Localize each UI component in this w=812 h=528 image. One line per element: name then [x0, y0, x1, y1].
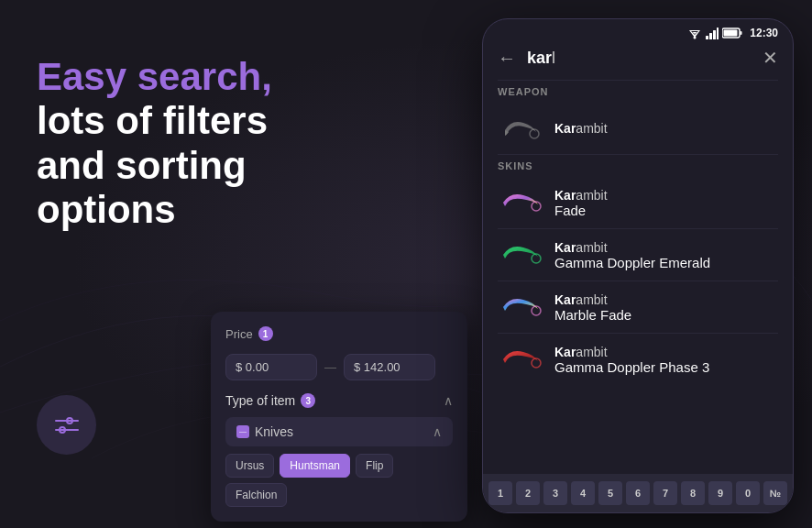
price-section-header: Price 1 — [225, 326, 453, 341]
fade-info: Karambit Fade — [554, 188, 778, 218]
skin-result-gamma-doppler-phase3[interactable]: Karambit Gamma Doppler Phase 3 — [483, 334, 793, 385]
gamma-phase3-subname: Gamma Doppler Phase 3 — [554, 359, 778, 375]
knives-row[interactable]: Knives ∧ — [225, 417, 453, 446]
filter-sliders-icon — [53, 415, 81, 435]
svg-rect-10 — [713, 30, 716, 39]
knives-minus-icon — [236, 425, 249, 438]
tag-falchion[interactable]: Falchion — [225, 483, 287, 507]
battery-icon — [722, 28, 742, 38]
search-bar[interactable]: ← karl ✕ — [483, 43, 793, 80]
key-7[interactable]: 7 — [653, 481, 677, 505]
marble-fade-image — [498, 291, 543, 324]
headline-line2: lots of filters — [37, 99, 268, 142]
marble-fade-thumb — [498, 289, 543, 325]
svg-point-17 — [532, 254, 541, 263]
svg-rect-13 — [724, 30, 738, 37]
knives-text: Knives — [255, 424, 293, 439]
left-section: Easy search, lots of filters and sorting… — [37, 55, 272, 232]
key-num[interactable]: № — [763, 481, 787, 505]
fade-thumb — [498, 184, 543, 221]
karambit-weapon-info: Karambit — [554, 121, 778, 136]
svg-rect-14 — [741, 31, 742, 35]
key-1[interactable]: 1 — [488, 481, 512, 505]
marble-fade-subname: Marble Fade — [554, 307, 778, 323]
keyboard-hint: 1 2 3 4 5 6 7 8 9 0 № — [483, 474, 793, 512]
price-label: Price — [225, 327, 253, 341]
search-input[interactable]: karl — [527, 49, 752, 68]
gamma-doppler-emerald-info: Karambit Gamma Doppler Emerald — [554, 240, 778, 270]
gamma-emerald-subname: Gamma Doppler Emerald — [554, 255, 778, 270]
skin-result-fade[interactable]: Karambit Fade — [483, 177, 793, 228]
headline-accent: Easy search, — [37, 55, 272, 98]
price-badge: 1 — [258, 326, 273, 341]
weapon-result-karambit[interactable]: Karambit — [483, 103, 793, 154]
karambit-weapon-thumb — [498, 110, 543, 147]
skins-section-label: SKINS — [483, 155, 793, 177]
key-8[interactable]: 8 — [681, 481, 705, 505]
phone-mockup: 12:30 ← karl ✕ WEAPON Karambit — [482, 18, 794, 513]
fade-image — [498, 186, 543, 219]
karambit-name-rest: ambit — [576, 121, 607, 136]
key-5[interactable]: 5 — [598, 481, 622, 505]
gamma-doppler-emerald-thumb — [498, 236, 543, 273]
type-chevron-icon: ∧ — [444, 393, 453, 408]
type-label: Type of item — [225, 393, 295, 408]
key-0[interactable]: 0 — [736, 481, 760, 505]
headline-line4: options — [37, 188, 176, 231]
price-inputs-row: $ 0.00 — $ 142.00 — [225, 354, 453, 380]
price-min-input[interactable]: $ 0.00 — [225, 354, 317, 380]
svg-point-19 — [532, 358, 541, 368]
svg-rect-8 — [706, 36, 708, 39]
key-4[interactable]: 4 — [571, 481, 595, 505]
fade-subname: Fade — [554, 203, 778, 218]
price-max-input[interactable]: $ 142.00 — [344, 354, 435, 380]
karambit-weapon-name: Karambit — [554, 121, 778, 136]
filter-panel: Price 1 $ 0.00 — $ 142.00 Type of item 3… — [211, 312, 467, 522]
status-bar: 12:30 — [483, 19, 793, 43]
search-rest: l — [552, 49, 555, 67]
filter-icon-circle[interactable] — [37, 395, 96, 455]
headline: Easy search, lots of filters and sorting… — [37, 55, 272, 232]
gamma-emerald-image — [498, 238, 543, 271]
wifi-icon — [687, 27, 702, 39]
svg-point-15 — [530, 129, 539, 138]
svg-rect-11 — [717, 28, 719, 39]
gamma-phase3-thumb — [498, 341, 543, 378]
key-6[interactable]: 6 — [626, 481, 650, 505]
svg-point-7 — [694, 37, 697, 39]
type-section-header[interactable]: Type of item 3 ∧ — [225, 393, 453, 408]
key-3[interactable]: 3 — [543, 481, 567, 505]
gamma-phase3-image — [498, 343, 543, 376]
skin-result-gamma-doppler-emerald[interactable]: Karambit Gamma Doppler Emerald — [483, 229, 793, 280]
karambit-name-highlight: Kar — [554, 121, 576, 136]
weapon-section-label: WEAPON — [483, 81, 793, 103]
fade-item-name: Karambit — [554, 188, 778, 203]
knives-chevron-icon: ∧ — [433, 424, 442, 439]
signal-icon — [706, 27, 719, 39]
gamma-phase3-item-name: Karambit — [554, 345, 778, 359]
tag-ursus[interactable]: Ursus — [225, 454, 274, 478]
headline-line3: and sorting — [37, 144, 247, 187]
clear-button[interactable]: ✕ — [763, 47, 778, 69]
marble-fade-item-name: Karambit — [554, 292, 778, 307]
type-section-title: Type of item 3 — [225, 393, 315, 408]
type-badge: 3 — [301, 393, 315, 408]
key-2[interactable]: 2 — [516, 481, 540, 505]
status-time: 12:30 — [750, 27, 778, 39]
svg-point-18 — [532, 306, 541, 315]
status-icons: 12:30 — [687, 27, 778, 39]
tag-flip[interactable]: Flip — [356, 454, 393, 478]
tag-huntsman[interactable]: Huntsman — [280, 454, 350, 478]
gamma-phase3-info: Karambit Gamma Doppler Phase 3 — [554, 345, 778, 375]
price-divider: — — [324, 360, 336, 374]
type-of-item-section: Type of item 3 ∧ Knives ∧ Ursus Huntsman… — [225, 393, 453, 507]
knives-label: Knives — [236, 424, 293, 439]
marble-fade-info: Karambit Marble Fade — [554, 292, 778, 323]
svg-rect-9 — [709, 33, 712, 39]
tag-row: Ursus Huntsman Flip Falchion — [225, 454, 453, 507]
key-9[interactable]: 9 — [708, 481, 732, 505]
svg-point-16 — [532, 202, 541, 211]
skin-result-marble-fade[interactable]: Karambit Marble Fade — [483, 281, 793, 333]
back-button[interactable]: ← — [498, 48, 516, 69]
search-results: WEAPON Karambit SKINS — [483, 81, 793, 446]
